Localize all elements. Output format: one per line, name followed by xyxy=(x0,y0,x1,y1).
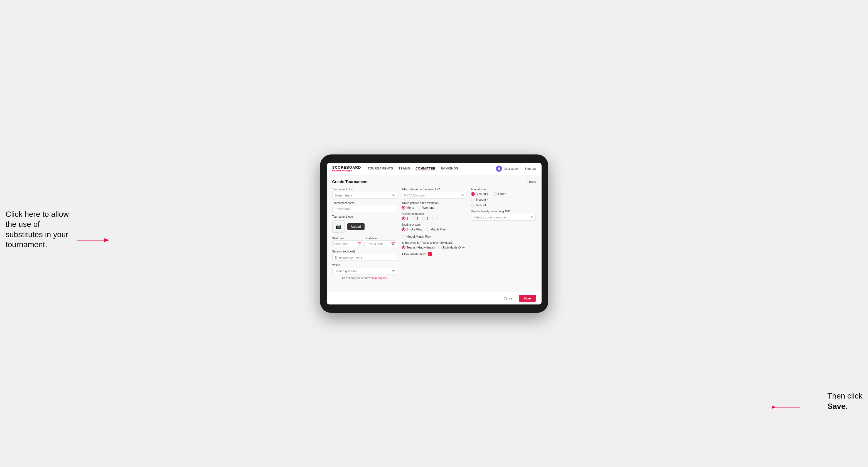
sponsor-label: Sponsor (optional) xyxy=(332,250,397,253)
start-date-placeholder: Pick a date xyxy=(334,242,356,246)
gender-mens-label: Mens xyxy=(407,206,414,209)
rounds-1-radio[interactable] xyxy=(402,217,405,220)
rounds-4[interactable]: 4 xyxy=(432,217,438,220)
logo-placeholder: 📷 xyxy=(332,220,344,233)
format-other[interactable]: Other xyxy=(493,192,506,196)
format-6count5-radio[interactable] xyxy=(471,203,475,207)
date-row: Start date Pick a date 📅 End date Pick a… xyxy=(332,236,397,247)
gender-mens[interactable]: Mens xyxy=(402,206,414,210)
scoring-medal-radio[interactable] xyxy=(402,235,405,239)
logo-label: Tournament logo xyxy=(332,215,397,218)
venue-input[interactable] xyxy=(332,268,397,274)
scoring-stroke[interactable]: Stroke Play xyxy=(402,227,422,231)
format-6count4[interactable]: 6 count 4 xyxy=(471,197,536,201)
scoring-api-group: Use third-party live scoring API? Select… xyxy=(471,210,536,221)
host-label: Tournament Host xyxy=(332,188,397,191)
sponsor-group: Sponsor (optional) xyxy=(332,250,397,261)
nav-teams[interactable]: TEAMS xyxy=(399,166,410,171)
cancel-button[interactable]: Cancel xyxy=(500,295,517,302)
scoring-match-radio[interactable] xyxy=(426,227,429,231)
back-button[interactable]: Back xyxy=(527,180,536,183)
start-date-label: Start date xyxy=(332,237,344,240)
scoring-medal[interactable]: Medal Match Play xyxy=(402,235,431,239)
gender-group: Which gender is the event for? Mens Wome… xyxy=(402,201,466,210)
division-select[interactable]: NCAA Division I xyxy=(402,192,466,199)
gender-womens-radio[interactable] xyxy=(417,206,421,210)
rounds-4-radio[interactable] xyxy=(432,217,436,220)
gender-radio-group: Mens Womens xyxy=(402,206,466,210)
end-date-placeholder: Pick a date xyxy=(368,242,390,246)
format-options: 5 count 4 Other 6 count 4 xyxy=(471,192,536,207)
end-date-input[interactable]: Pick a date 📅 xyxy=(366,241,397,247)
event-individuals-radio[interactable] xyxy=(438,246,442,249)
event-individuals[interactable]: Individuals Only xyxy=(438,246,465,249)
scoring-match[interactable]: Match Play xyxy=(426,227,445,231)
format-label: Format type xyxy=(471,188,536,191)
event-type-group: Is this event for Teams and/or Individua… xyxy=(402,241,466,249)
format-5count4[interactable]: 5 count 4 xyxy=(471,192,488,196)
page-header: Create Tournament Back xyxy=(332,180,536,184)
substitutes-checkbox[interactable]: ✓ xyxy=(428,252,432,256)
scoring-api-select[interactable]: Select a scoring service xyxy=(471,214,536,221)
format-other-radio[interactable] xyxy=(493,192,497,196)
calendar-icon-end: 📅 xyxy=(391,242,395,246)
avatar: B xyxy=(496,165,502,172)
event-teams[interactable]: Teams (+Individuals) xyxy=(402,246,435,249)
venue-group: Venue Can't find your venue? email suppo… xyxy=(332,263,397,280)
page-content: Create Tournament Back Tournament Host T… xyxy=(327,175,541,292)
event-teams-radio[interactable] xyxy=(402,246,405,249)
calendar-icon: 📅 xyxy=(357,242,362,246)
format-5count4-radio[interactable] xyxy=(471,192,475,196)
page-footer: Cancel Save xyxy=(327,292,541,305)
division-label: Which division is the event for? xyxy=(402,188,466,191)
logo-group: Tournament logo 📷 Upload xyxy=(332,215,397,233)
scoring-stroke-radio[interactable] xyxy=(402,227,405,231)
name-label: Tournament name xyxy=(332,201,397,205)
rounds-2-radio[interactable] xyxy=(412,217,415,220)
scoring-label: Scoring system xyxy=(402,223,466,226)
format-6count4-radio[interactable] xyxy=(471,197,475,201)
rounds-label: Number of rounds xyxy=(402,212,466,215)
rounds-3-radio[interactable] xyxy=(422,217,426,220)
name-input[interactable] xyxy=(332,206,397,212)
start-date-input[interactable]: Pick a date 📅 xyxy=(332,241,364,247)
page-title: Create Tournament xyxy=(332,180,368,184)
logo-sub: Powered by clippd xyxy=(332,169,361,172)
event-type-label: Is this event for Teams and/or Individua… xyxy=(402,241,466,244)
signout-link[interactable]: Sign out xyxy=(525,167,536,170)
host-input[interactable] xyxy=(332,192,397,199)
nav-tournaments[interactable]: TOURNAMENTS xyxy=(368,166,393,171)
annotation-left: Click here to allow the use of substitut… xyxy=(6,209,78,250)
form-grid: Tournament Host Tournament name Tourname… xyxy=(332,188,536,280)
rounds-group: Number of rounds 1 2 xyxy=(402,212,466,220)
upload-button[interactable]: Upload xyxy=(347,223,365,230)
division-group: Which division is the event for? NCAA Di… xyxy=(402,188,466,199)
form-col-2: Which division is the event for? NCAA Di… xyxy=(402,188,466,280)
arrow-right-icon xyxy=(772,400,800,414)
tablet-screen: SCOREBOARD Powered by clippd TOURNAMENTS… xyxy=(327,163,541,305)
format-6count5[interactable]: 6 count 5 xyxy=(471,203,536,207)
format-group: Format type 5 count 4 Other xyxy=(471,188,536,207)
sponsor-input[interactable] xyxy=(332,254,397,261)
navbar: SCOREBOARD Powered by clippd TOURNAMENTS… xyxy=(327,163,541,175)
end-date-group: End date Pick a date 📅 xyxy=(366,236,397,247)
gender-womens[interactable]: Womens xyxy=(417,206,434,210)
form-col-3: Format type 5 count 4 Other xyxy=(471,188,536,280)
rounds-1[interactable]: 1 xyxy=(402,217,408,220)
rounds-2[interactable]: 2 xyxy=(412,217,418,220)
gender-label: Which gender is the event for? xyxy=(402,201,466,205)
gender-mens-radio[interactable] xyxy=(402,206,405,210)
form-col-1: Tournament Host Tournament name Tourname… xyxy=(332,188,397,280)
user-name: blair admin xyxy=(504,167,519,170)
save-button[interactable]: Save xyxy=(519,295,536,302)
rounds-radio-group: 1 2 3 4 xyxy=(402,217,466,220)
rounds-3[interactable]: 3 xyxy=(422,217,428,220)
substitutes-row: Allow substitutes? ✓ xyxy=(402,252,466,256)
scoring-radio-group: Stroke Play Match Play Medal Match Play xyxy=(402,227,466,239)
nav-rankings[interactable]: RANKINGS xyxy=(441,166,458,171)
nav-committee[interactable]: COMMITTEE xyxy=(415,166,435,171)
start-date-group: Start date Pick a date 📅 xyxy=(332,236,364,247)
nav-separator: | xyxy=(522,167,522,170)
end-date-label: End date xyxy=(366,237,377,240)
email-support-link[interactable]: email support xyxy=(370,277,387,280)
